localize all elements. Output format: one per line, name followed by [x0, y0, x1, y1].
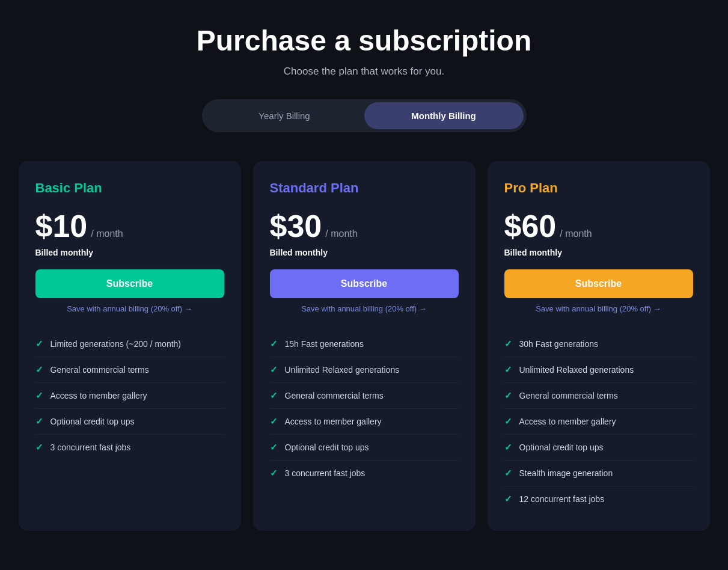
plan-price-row: $60 / month — [504, 208, 693, 244]
page-title: Purchase a subscription — [197, 24, 532, 57]
feature-text: Limited generations (~200 / month) — [50, 339, 182, 349]
feature-text: General commercial terms — [519, 391, 618, 400]
feature-item: ✓ 30h Fast generations — [504, 331, 693, 357]
plan-price-amount: $60 — [504, 208, 557, 244]
feature-item: ✓ Optional credit top ups — [270, 435, 459, 461]
plan-price-row: $30 / month — [270, 208, 459, 244]
feature-text: 3 concurrent fast jobs — [50, 443, 131, 452]
feature-item: ✓ Access to member gallery — [270, 409, 459, 435]
annual-save-link-standard[interactable]: Save with annual billing (20% off) → — [270, 304, 459, 313]
plan-price-period: / month — [560, 228, 592, 239]
subscribe-btn-basic[interactable]: Subscribe — [35, 269, 224, 298]
plan-billing-note: Billed monthly — [504, 248, 693, 257]
feature-item: ✓ Access to member gallery — [35, 383, 224, 409]
feature-item: ✓ Limited generations (~200 / month) — [35, 331, 224, 357]
feature-item: ✓ 3 concurrent fast jobs — [270, 461, 459, 486]
feature-text: Unlimited Relaxed generations — [519, 365, 634, 375]
subscribe-btn-pro[interactable]: Subscribe — [504, 269, 693, 298]
plans-container: Basic Plan $10 / month Billed monthly Su… — [16, 161, 713, 531]
check-icon: ✓ — [504, 416, 512, 427]
plan-price-period: / month — [91, 228, 123, 239]
check-icon: ✓ — [35, 390, 43, 401]
check-icon: ✓ — [270, 390, 278, 401]
plan-billing-note: Billed monthly — [35, 248, 224, 257]
check-icon: ✓ — [35, 442, 43, 453]
feature-item: ✓ General commercial terms — [504, 383, 693, 409]
plan-name: Pro Plan — [504, 180, 693, 196]
feature-item: ✓ 12 concurrent fast jobs — [504, 486, 693, 512]
features-list-pro: ✓ 30h Fast generations ✓ Unlimited Relax… — [504, 331, 693, 512]
plan-price-amount: $30 — [270, 208, 322, 244]
features-list-basic: ✓ Limited generations (~200 / month) ✓ G… — [35, 331, 224, 460]
feature-item: ✓ Unlimited Relaxed generations — [270, 357, 459, 383]
feature-text: 12 concurrent fast jobs — [519, 494, 605, 504]
feature-text: Access to member gallery — [519, 417, 616, 426]
plan-price-amount: $10 — [35, 208, 88, 244]
check-icon: ✓ — [504, 442, 512, 453]
feature-text: General commercial terms — [285, 391, 384, 400]
yearly-billing-btn[interactable]: Yearly Billing — [205, 102, 364, 129]
feature-text: Optional credit top ups — [50, 417, 135, 426]
features-list-standard: ✓ 15h Fast generations ✓ Unlimited Relax… — [270, 331, 459, 486]
feature-item: ✓ 15h Fast generations — [270, 331, 459, 357]
check-icon: ✓ — [35, 339, 43, 349]
feature-text: General commercial terms — [50, 365, 149, 375]
feature-item: ✓ Access to member gallery — [504, 409, 693, 435]
plan-name: Basic Plan — [35, 180, 224, 196]
plan-price-period: / month — [325, 228, 357, 239]
subscribe-btn-standard[interactable]: Subscribe — [270, 269, 459, 298]
check-icon: ✓ — [35, 364, 43, 375]
annual-save-link-basic[interactable]: Save with annual billing (20% off) → — [35, 304, 224, 313]
check-icon: ✓ — [504, 339, 512, 349]
plan-name: Standard Plan — [270, 180, 459, 196]
check-icon: ✓ — [35, 416, 43, 427]
feature-text: 15h Fast generations — [285, 339, 364, 349]
plan-price-row: $10 / month — [35, 208, 224, 244]
feature-item: ✓ General commercial terms — [270, 383, 459, 409]
feature-item: ✓ 3 concurrent fast jobs — [35, 435, 224, 460]
check-icon: ✓ — [504, 390, 512, 401]
feature-item: ✓ General commercial terms — [35, 357, 224, 383]
feature-text: Unlimited Relaxed generations — [285, 365, 400, 375]
check-icon: ✓ — [270, 339, 278, 349]
plan-card-pro: Pro Plan $60 / month Billed monthly Subs… — [488, 161, 710, 531]
check-icon: ✓ — [504, 494, 512, 504]
check-icon: ✓ — [504, 468, 512, 479]
feature-item: ✓ Unlimited Relaxed generations — [504, 357, 693, 383]
feature-text: Optional credit top ups — [519, 443, 604, 452]
billing-toggle: Yearly Billing Monthly Billing — [202, 99, 527, 132]
feature-text: Access to member gallery — [285, 417, 382, 426]
feature-text: 30h Fast generations — [519, 339, 599, 349]
feature-text: Stealth image generation — [519, 468, 613, 478]
feature-text: Optional credit top ups — [285, 443, 369, 452]
feature-text: 3 concurrent fast jobs — [285, 468, 366, 478]
plan-billing-note: Billed monthly — [270, 248, 459, 257]
feature-text: Access to member gallery — [50, 391, 147, 400]
check-icon: ✓ — [270, 468, 278, 479]
check-icon: ✓ — [504, 364, 512, 375]
feature-item: ✓ Optional credit top ups — [504, 435, 693, 461]
feature-item: ✓ Optional credit top ups — [35, 409, 224, 435]
feature-item: ✓ Stealth image generation — [504, 461, 693, 486]
check-icon: ✓ — [270, 442, 278, 453]
page-subtitle: Choose the plan that works for you. — [284, 66, 444, 78]
plan-card-basic: Basic Plan $10 / month Billed monthly Su… — [19, 161, 241, 531]
plan-card-standard: Standard Plan $30 / month Billed monthly… — [253, 161, 476, 531]
monthly-billing-btn[interactable]: Monthly Billing — [364, 102, 524, 129]
check-icon: ✓ — [270, 364, 278, 375]
check-icon: ✓ — [270, 416, 278, 427]
annual-save-link-pro[interactable]: Save with annual billing (20% off) → — [504, 304, 693, 313]
